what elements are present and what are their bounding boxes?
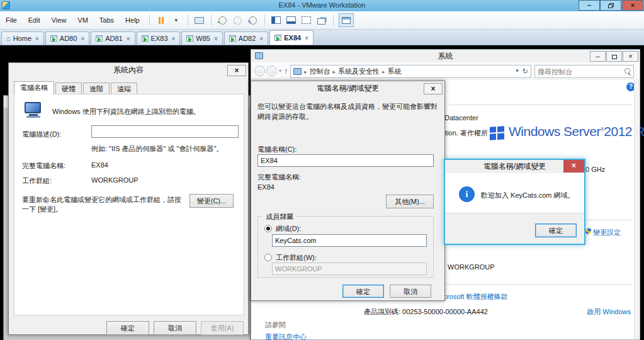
toolbar-separator [149, 14, 150, 26]
breadcrumb-system-security[interactable]: 系統及安全性 [338, 67, 380, 76]
system-window-titlebar[interactable]: 系統 [251, 50, 640, 62]
breadcrumb-system[interactable]: 系統 [388, 67, 402, 76]
minimize-button[interactable]: – [590, 51, 606, 62]
show-library-button[interactable] [270, 14, 283, 26]
tab-close-icon[interactable]: × [35, 35, 39, 42]
close-button[interactable]: × [622, 0, 643, 11]
close-button[interactable]: × [227, 65, 246, 76]
vmware-menubar: File Edit View VM Tabs Help ▾ + ← ✎ [0, 11, 644, 30]
tab-close-icon[interactable]: × [305, 35, 308, 42]
close-button[interactable]: × [424, 83, 443, 94]
breadcrumb-separator-icon: ▸ [382, 69, 385, 75]
more-button[interactable]: 其他(M)... [386, 195, 434, 208]
tab-close-icon[interactable]: × [259, 35, 263, 42]
restore-button[interactable] [600, 0, 621, 11]
product-id-text: 產品識別碼: 00253-50000-00000-AA442 [364, 307, 488, 317]
minimize-button[interactable]: – [579, 0, 600, 11]
search-icon[interactable] [624, 68, 630, 74]
tab-computer-name[interactable]: 電腦名稱 [14, 81, 54, 94]
vm-display-area: 系統管理員: 命令提示字元 C:\ 系統 – × ← → ▾ ↑ ▸ 控制台 ▸… [0, 45, 644, 340]
domain-radio-label[interactable]: 網域(D): [276, 224, 301, 234]
windows-server-logo-text: Windows Server®2012 R2 [509, 124, 644, 139]
tab-hardware[interactable]: 硬體 [55, 82, 82, 94]
change-button[interactable]: 變更(C)... [189, 194, 234, 208]
clock-wrench-icon: ✎ [249, 16, 257, 25]
workgroup-radio-label[interactable]: 工作群組(W): [276, 253, 317, 263]
back-button[interactable]: ← [254, 65, 265, 76]
menu-tabs[interactable]: Tabs [94, 14, 120, 26]
computer-description-input[interactable] [91, 125, 239, 138]
tab-close-icon[interactable]: × [127, 35, 130, 42]
tab-close-icon[interactable]: × [214, 35, 218, 42]
vm-tab-bar: ⌂ Home × AD80 × AD81 × EX83 × W85 × AD82… [0, 30, 644, 45]
close-button[interactable]: × [563, 160, 584, 173]
activate-windows-link[interactable]: 啟用 Windows [587, 307, 631, 317]
tab-ad81[interactable]: AD81 × [91, 31, 135, 45]
ok-button[interactable]: 確定 [535, 224, 577, 237]
fullscreen-button[interactable] [300, 14, 313, 26]
location-icon [293, 68, 302, 75]
vmware-titlebar[interactable]: EX84 - VMware Workstation – × [0, 0, 644, 11]
history-dropdown-icon[interactable]: ▾ [279, 68, 281, 74]
cancel-button[interactable]: 取消 [390, 285, 431, 298]
search-input[interactable] [538, 67, 619, 76]
maximize-button[interactable] [606, 51, 622, 62]
vertical-scrollbar[interactable] [634, 80, 640, 339]
search-box[interactable] [534, 65, 634, 78]
forward-button[interactable]: → [266, 65, 277, 76]
action-center-link[interactable]: 重要訊息中心 [265, 332, 307, 340]
tab-ad82[interactable]: AD82 × [224, 31, 268, 45]
menu-view[interactable]: View [46, 14, 72, 26]
unity-mode-button[interactable] [315, 14, 328, 26]
cancel-button[interactable]: 取消 [154, 321, 196, 335]
membership-groupbox: 成員隸屬 網域(D): 工作群組(W): [257, 216, 434, 278]
revert-snapshot-button[interactable]: ← [232, 14, 244, 26]
tab-close-icon[interactable]: × [81, 35, 84, 42]
membership-group-label: 成員隸屬 [263, 212, 296, 222]
tab-w85[interactable]: W85 × [181, 31, 222, 45]
send-ctrl-alt-del-button[interactable] [193, 14, 206, 26]
workgroup-radio[interactable] [264, 254, 272, 261]
tab-advanced[interactable]: 進階 [83, 82, 110, 94]
system-window-icon [255, 52, 263, 59]
tab-ex84-active[interactable]: EX84 × [269, 30, 314, 45]
console-view-button[interactable] [339, 13, 354, 27]
change-settings-link[interactable]: 變更設定 [593, 228, 621, 237]
breadcrumb-control-panel[interactable]: 控制台 [310, 67, 330, 76]
vmware-window-title: EX84 - VMware Workstation [0, 1, 644, 9]
tab-home[interactable]: ⌂ Home × [1, 31, 44, 45]
domain-radio[interactable] [264, 225, 272, 232]
show-thumbnail-bar-button[interactable] [285, 14, 298, 26]
ok-button[interactable]: 確定 [106, 321, 149, 335]
computer-name-input[interactable] [257, 154, 434, 167]
domain-input[interactable] [272, 234, 427, 247]
address-bar[interactable]: ▸ 控制台 ▸ 系統及安全性 ▸ 系統 ▾ ↻ [290, 65, 531, 78]
power-dropdown-icon[interactable]: ▾ [170, 14, 183, 26]
tab-close-icon[interactable]: × [172, 35, 176, 42]
ok-button[interactable]: 確定 [342, 285, 384, 298]
tab-ex83[interactable]: EX83 × [137, 31, 181, 45]
maximize-icon [612, 55, 617, 59]
vm-icon [186, 35, 193, 42]
system-properties-titlebar[interactable]: 系統內容 [9, 63, 248, 77]
take-snapshot-button[interactable]: + [217, 14, 229, 26]
domain-dialog-titlebar[interactable]: 電腦名稱/網域變更 [251, 81, 444, 95]
close-button[interactable]: × [623, 51, 638, 62]
license-terms-link[interactable]: Microsoft 軟體授權條款 [436, 292, 508, 302]
menu-help[interactable]: Help [120, 14, 145, 26]
workgroup-value: WORKGROUP [91, 176, 138, 184]
menu-vm[interactable]: VM [72, 14, 94, 26]
apply-button: 套用(A) [201, 321, 244, 335]
manage-snapshots-button[interactable]: ✎ [247, 14, 259, 26]
vm-icon [96, 35, 103, 42]
menu-edit[interactable]: Edit [23, 14, 46, 26]
tab-label: EX83 [151, 35, 168, 42]
address-dropdown-icon[interactable]: ▾ [516, 67, 519, 76]
power-pause-button[interactable] [155, 14, 167, 26]
fullscreen-icon [302, 16, 311, 24]
tab-ad80[interactable]: AD80 × [45, 31, 89, 45]
up-button[interactable]: ↑ [284, 67, 288, 76]
tab-remote[interactable]: 遠端 [111, 82, 137, 94]
menu-file[interactable]: File [0, 14, 23, 26]
refresh-icon[interactable]: ↻ [523, 67, 528, 76]
